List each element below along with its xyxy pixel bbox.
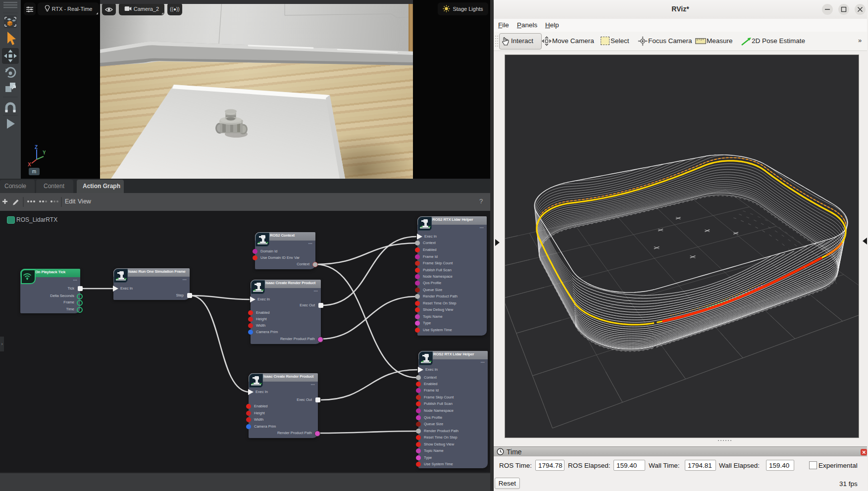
svg-text:?: ? [479, 197, 483, 205]
svg-text:Y: Y [43, 150, 46, 155]
svg-text:View: View [78, 198, 92, 205]
svg-text:Z: Z [35, 145, 38, 150]
svg-text:Edit: Edit [65, 198, 76, 205]
svg-text:X: X [28, 162, 31, 167]
